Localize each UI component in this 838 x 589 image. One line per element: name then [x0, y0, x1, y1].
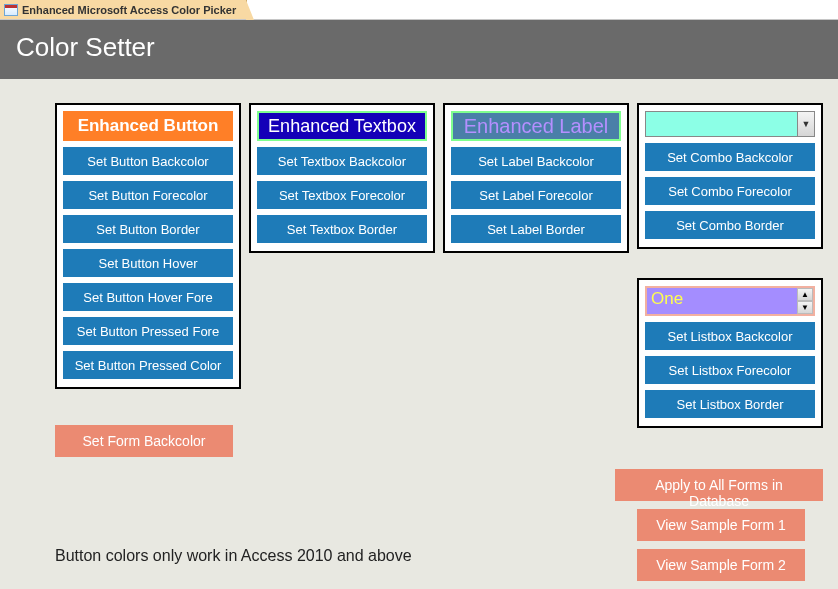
- window-tab-bar: Enhanced Microsoft Access Color Picker: [0, 0, 838, 20]
- set-label-border-button[interactable]: Set Label Border: [451, 215, 621, 243]
- enhanced-textbox-demo[interactable]: Enhanced Textbox: [257, 111, 427, 141]
- set-button-hover-fore-button[interactable]: Set Button Hover Fore: [63, 283, 233, 311]
- enhanced-label-demo: Enhanced Label: [451, 111, 621, 141]
- set-textbox-backcolor-button[interactable]: Set Textbox Backcolor: [257, 147, 427, 175]
- set-combo-border-button[interactable]: Set Combo Border: [645, 211, 815, 239]
- panel-combo: ▼ Set Combo Backcolor Set Combo Forecolo…: [637, 103, 823, 249]
- version-note: Button colors only work in Access 2010 a…: [55, 547, 412, 565]
- set-button-backcolor-button[interactable]: Set Button Backcolor: [63, 147, 233, 175]
- panel-button: Enhanced Button Set Button Backcolor Set…: [55, 103, 241, 389]
- enhanced-button-demo[interactable]: Enhanced Button: [63, 111, 233, 141]
- set-button-border-button[interactable]: Set Button Border: [63, 215, 233, 243]
- view-sample-form-1-button[interactable]: View Sample Form 1: [637, 509, 805, 541]
- set-textbox-border-button[interactable]: Set Textbox Border: [257, 215, 427, 243]
- enhanced-listbox-demo[interactable]: One ▲ ▼: [645, 286, 815, 316]
- scroll-down-icon[interactable]: ▼: [797, 301, 813, 314]
- form-canvas: Enhanced Button Set Button Backcolor Set…: [0, 79, 838, 589]
- set-combo-forecolor-button[interactable]: Set Combo Forecolor: [645, 177, 815, 205]
- set-button-pressed-color-button[interactable]: Set Button Pressed Color: [63, 351, 233, 379]
- set-listbox-forecolor-button[interactable]: Set Listbox Forecolor: [645, 356, 815, 384]
- set-textbox-forecolor-button[interactable]: Set Textbox Forecolor: [257, 181, 427, 209]
- set-form-backcolor-button[interactable]: Set Form Backcolor: [55, 425, 233, 457]
- set-button-forecolor-button[interactable]: Set Button Forecolor: [63, 181, 233, 209]
- enhanced-combo-demo[interactable]: ▼: [645, 111, 815, 137]
- combo-value[interactable]: [646, 112, 798, 136]
- set-button-hover-button[interactable]: Set Button Hover: [63, 249, 233, 277]
- panel-listbox: One ▲ ▼ Set Listbox Backcolor Set Listbo…: [637, 278, 823, 428]
- set-listbox-backcolor-button[interactable]: Set Listbox Backcolor: [645, 322, 815, 350]
- set-label-forecolor-button[interactable]: Set Label Forecolor: [451, 181, 621, 209]
- set-label-backcolor-button[interactable]: Set Label Backcolor: [451, 147, 621, 175]
- form-icon: [4, 4, 18, 16]
- set-listbox-border-button[interactable]: Set Listbox Border: [645, 390, 815, 418]
- panel-label: Enhanced Label Set Label Backcolor Set L…: [443, 103, 629, 253]
- listbox-item[interactable]: One: [647, 288, 797, 314]
- set-button-pressed-fore-button[interactable]: Set Button Pressed Fore: [63, 317, 233, 345]
- window-tab-title: Enhanced Microsoft Access Color Picker: [22, 4, 236, 16]
- set-combo-backcolor-button[interactable]: Set Combo Backcolor: [645, 143, 815, 171]
- chevron-down-icon[interactable]: ▼: [798, 112, 814, 136]
- apply-all-forms-button[interactable]: Apply to All Forms in Database: [615, 469, 823, 501]
- scroll-up-icon[interactable]: ▲: [797, 288, 813, 301]
- page-title: Color Setter: [0, 20, 838, 79]
- panel-textbox: Enhanced Textbox Set Textbox Backcolor S…: [249, 103, 435, 253]
- window-tab[interactable]: Enhanced Microsoft Access Color Picker: [0, 0, 247, 19]
- listbox-scrollbar[interactable]: ▲ ▼: [797, 288, 813, 314]
- view-sample-form-2-button[interactable]: View Sample Form 2: [637, 549, 805, 581]
